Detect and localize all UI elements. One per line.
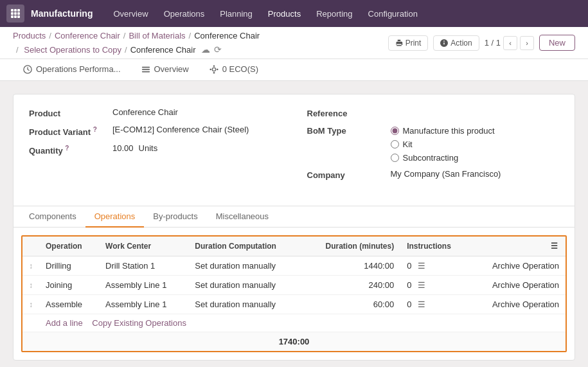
col-instructions: Instructions: [400, 237, 469, 256]
breadcrumb-line2: / Select Operations to Copy / Conference…: [13, 44, 260, 58]
record-tabs: Components Operations By-products Miscel…: [13, 206, 575, 360]
work-center-drilling: Drill Station 1: [99, 256, 188, 276]
archive-drilling[interactable]: Archive Operation: [469, 256, 566, 276]
table-row: ↕ Drilling Drill Station 1 Set duration …: [22, 256, 566, 276]
pager: 1 / 1 ‹ ›: [485, 36, 534, 50]
sub-tab-operations-performance[interactable]: Operations Performa...: [13, 59, 131, 80]
sub-tab-eco[interactable]: 0 ECO(S): [199, 59, 269, 80]
sub-tab-overview[interactable]: Overview: [131, 59, 199, 80]
operation-joining: Joining: [39, 276, 99, 295]
reference-row: Reference: [307, 107, 560, 118]
nav-operations[interactable]: Operations: [156, 0, 213, 27]
breadcrumb-bar: Products / Conference Chair / Bill of Ma…: [0, 27, 588, 59]
col-actions: ☰: [469, 237, 566, 256]
svg-point-16: [209, 68, 211, 70]
nav-reporting[interactable]: Reporting: [308, 0, 360, 27]
form-grid: Product Conference Chair Product Variant…: [29, 107, 559, 186]
main-content: Product Conference Chair Product Variant…: [0, 81, 588, 367]
app-grid-icon[interactable]: [6, 4, 24, 22]
cloud-upload-icon[interactable]: ☁: [201, 44, 210, 55]
bom-option-subcontracting[interactable]: Subcontracting: [391, 153, 495, 163]
tab-components[interactable]: Components: [20, 206, 85, 228]
breadcrumb-products[interactable]: Products: [13, 31, 46, 40]
product-row: Product Conference Chair: [29, 107, 281, 118]
nav-planning[interactable]: Planning: [212, 0, 260, 27]
add-line-row: Add a line Copy Existing Operations: [22, 314, 566, 332]
copy-existing-ops-link[interactable]: Copy Existing Operations: [92, 318, 186, 328]
svg-point-17: [217, 68, 218, 70]
breadcrumb-conference-chair-1[interactable]: Conference Chair: [55, 31, 120, 40]
drag-handle[interactable]: ↕: [29, 281, 33, 290]
pager-prev[interactable]: ‹: [503, 36, 517, 50]
operations-tab-content: Operation Work Center Duration Computati…: [13, 228, 575, 360]
bom-option-kit[interactable]: Kit: [391, 139, 495, 149]
duration-joining: 240:00: [302, 276, 400, 295]
action-button[interactable]: Action: [433, 35, 479, 51]
archive-joining[interactable]: Archive Operation: [469, 276, 566, 295]
instructions-joining: 0 ☰: [400, 276, 469, 295]
breadcrumb-conference-chair-2: Conference Chair: [194, 31, 260, 40]
work-center-assemble: Assembly Line 1: [99, 295, 188, 314]
duration-comp-assemble: Set duration manually: [188, 295, 302, 314]
svg-rect-8: [17, 15, 20, 18]
tab-nav: Components Operations By-products Miscel…: [13, 206, 575, 228]
svg-point-15: [213, 71, 215, 73]
company-value: My Company (San Francisco): [391, 169, 501, 179]
company-label: Company: [307, 169, 384, 180]
total-value: 1740:00: [22, 332, 566, 352]
nav-configuration[interactable]: Configuration: [361, 0, 425, 27]
svg-rect-4: [14, 12, 17, 15]
bom-type-options: Manufacture this product Kit Subcontract…: [391, 126, 495, 163]
svg-point-14: [213, 65, 215, 67]
tab-operations[interactable]: Operations: [85, 206, 145, 228]
company-row: Company My Company (San Francisco): [307, 169, 560, 180]
bom-type-label: BoM Type: [307, 125, 384, 136]
print-button[interactable]: Print: [388, 35, 429, 51]
new-button[interactable]: New: [539, 35, 575, 51]
drag-handle[interactable]: ↕: [29, 262, 33, 271]
form-card: Product Conference Chair Product Variant…: [13, 94, 575, 361]
svg-rect-2: [17, 9, 20, 12]
list-icon[interactable]: ☰: [418, 261, 425, 271]
bom-option-manufacture[interactable]: Manufacture this product: [391, 126, 495, 136]
duration-assemble: 60:00: [302, 295, 400, 314]
variant-row: Product Variant ? [E-COM12] Conference C…: [29, 125, 281, 137]
add-line-link[interactable]: Add a line: [46, 318, 83, 328]
tab-miscellaneous[interactable]: Miscellaneous: [207, 206, 278, 228]
reference-label: Reference: [307, 107, 384, 118]
nav-overview[interactable]: Overview: [105, 0, 156, 27]
list-icon[interactable]: ☰: [418, 280, 425, 290]
list-icon[interactable]: ☰: [418, 300, 425, 309]
svg-rect-1: [14, 9, 17, 12]
quantity-value: 10.00 Units: [112, 143, 157, 153]
variant-label: Product Variant ?: [29, 125, 106, 137]
quantity-label: Quantity ?: [29, 143, 106, 156]
breadcrumb-bom[interactable]: Bill of Materials: [129, 31, 185, 40]
svg-rect-6: [11, 15, 13, 18]
tab-by-products[interactable]: By-products: [144, 206, 206, 228]
instructions-assemble: 0 ☰: [400, 295, 469, 314]
pager-next[interactable]: ›: [520, 36, 534, 50]
col-operation: Operation: [39, 237, 99, 256]
product-value: Conference Chair: [112, 107, 178, 117]
nav-products[interactable]: Products: [260, 0, 308, 27]
breadcrumb-actions: Print Action 1 / 1 ‹ › New: [388, 35, 575, 55]
operations-table-wrap: Operation Work Center Duration Computati…: [21, 235, 567, 352]
breadcrumb-select-ops[interactable]: Select Operations to Copy: [24, 45, 121, 55]
svg-rect-10: [141, 66, 149, 67]
filter-icon[interactable]: ☰: [551, 242, 558, 251]
operation-drilling: Drilling: [39, 256, 99, 276]
total-row: 1740:00: [22, 332, 566, 352]
archive-assemble[interactable]: Archive Operation: [469, 295, 566, 314]
svg-rect-5: [17, 12, 20, 15]
drag-handle[interactable]: ↕: [29, 300, 33, 309]
duration-comp-joining: Set duration manually: [188, 276, 302, 295]
operation-assemble: Assemble: [39, 295, 99, 314]
form-body: Product Conference Chair Product Variant…: [13, 94, 575, 199]
refresh-icon[interactable]: ⟳: [214, 44, 222, 55]
quantity-row: Quantity ? 10.00 Units: [29, 143, 281, 156]
col-drag: [22, 237, 39, 256]
breadcrumb-conference-chair-3: Conference Chair: [130, 45, 196, 55]
variant-value: [E-COM12] Conference Chair (Steel): [112, 125, 249, 134]
col-work-center: Work Center: [99, 237, 188, 256]
